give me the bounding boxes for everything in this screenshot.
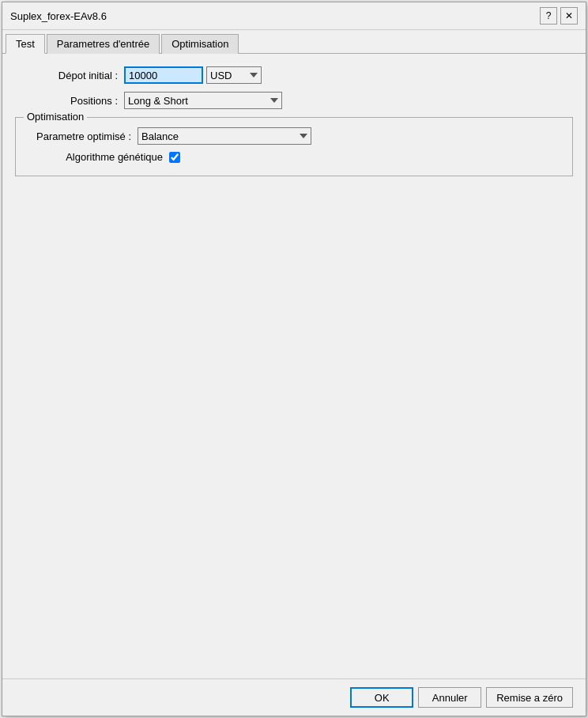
- title-bar-controls: ? ✕: [540, 7, 578, 25]
- window-title: Suplex_forex-EAv8.6: [10, 10, 107, 22]
- ok-button[interactable]: OK: [350, 687, 413, 708]
- footer: OK Annuler Remise a zéro: [2, 678, 586, 716]
- title-bar: Suplex_forex-EAv8.6 ? ✕: [2, 2, 586, 30]
- tab-parametres[interactable]: Parametres d'entrée: [47, 34, 160, 54]
- algorithme-checkbox[interactable]: [169, 152, 180, 163]
- depot-row: Dépot initial : USD EUR GBP: [15, 66, 573, 84]
- tab-optimisation[interactable]: Optimisation: [161, 34, 239, 54]
- optimisation-group: Optimisation Parametre optimisé : Balanc…: [15, 117, 573, 176]
- algorithme-row: Algorithme génétique: [28, 151, 560, 163]
- remise-button[interactable]: Remise a zéro: [486, 687, 573, 708]
- parametre-select[interactable]: Balance Profit Drawdown: [138, 127, 311, 145]
- positions-select[interactable]: Long & Short Long only Short only: [124, 92, 282, 109]
- depot-input[interactable]: [124, 66, 203, 84]
- content-area: Dépot initial : USD EUR GBP Positions : …: [2, 54, 586, 678]
- dialog-window: Suplex_forex-EAv8.6 ? ✕ Test Parametres …: [2, 2, 586, 716]
- close-button[interactable]: ✕: [560, 7, 578, 25]
- annuler-button[interactable]: Annuler: [418, 687, 481, 708]
- tab-bar: Test Parametres d'entrée Optimisation: [2, 30, 586, 54]
- algorithme-label: Algorithme génétique: [28, 151, 163, 163]
- positions-label: Positions :: [15, 95, 118, 107]
- depot-label: Dépot initial :: [15, 70, 118, 81]
- currency-select[interactable]: USD EUR GBP: [206, 66, 262, 84]
- parametre-label: Parametre optimisé :: [28, 130, 131, 142]
- help-button[interactable]: ?: [540, 7, 557, 25]
- positions-row: Positions : Long & Short Long only Short…: [15, 92, 573, 109]
- group-legend: Optimisation: [24, 111, 87, 123]
- tab-test[interactable]: Test: [6, 34, 45, 54]
- parametre-row: Parametre optimisé : Balance Profit Draw…: [28, 127, 560, 145]
